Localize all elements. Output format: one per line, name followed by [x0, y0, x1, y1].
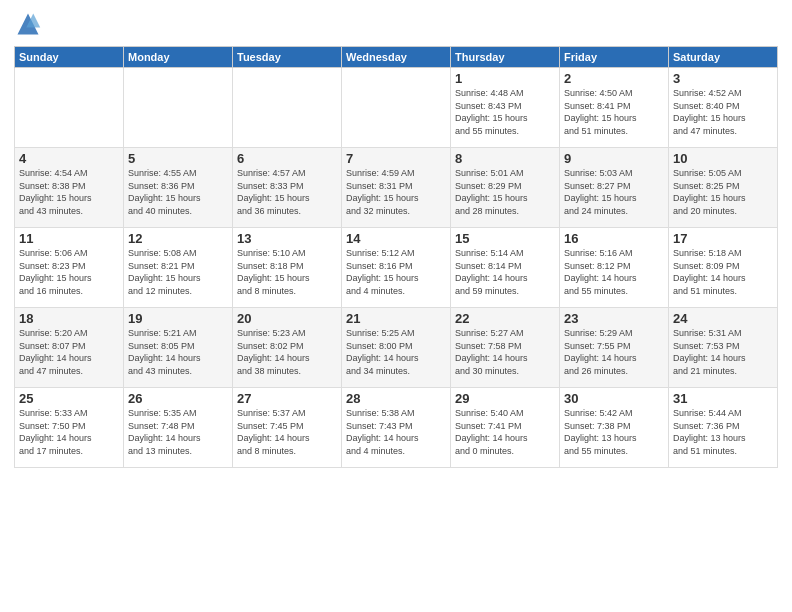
day-number: 26	[128, 391, 228, 406]
calendar-cell: 3Sunrise: 4:52 AM Sunset: 8:40 PM Daylig…	[669, 68, 778, 148]
day-info: Sunrise: 5:14 AM Sunset: 8:14 PM Dayligh…	[455, 247, 555, 297]
day-info: Sunrise: 5:27 AM Sunset: 7:58 PM Dayligh…	[455, 327, 555, 377]
day-number: 13	[237, 231, 337, 246]
day-info: Sunrise: 4:54 AM Sunset: 8:38 PM Dayligh…	[19, 167, 119, 217]
calendar-cell: 8Sunrise: 5:01 AM Sunset: 8:29 PM Daylig…	[451, 148, 560, 228]
day-info: Sunrise: 5:08 AM Sunset: 8:21 PM Dayligh…	[128, 247, 228, 297]
day-info: Sunrise: 4:50 AM Sunset: 8:41 PM Dayligh…	[564, 87, 664, 137]
day-number: 25	[19, 391, 119, 406]
day-number: 30	[564, 391, 664, 406]
day-info: Sunrise: 5:23 AM Sunset: 8:02 PM Dayligh…	[237, 327, 337, 377]
day-info: Sunrise: 5:37 AM Sunset: 7:45 PM Dayligh…	[237, 407, 337, 457]
day-number: 6	[237, 151, 337, 166]
header-monday: Monday	[124, 47, 233, 68]
header-saturday: Saturday	[669, 47, 778, 68]
day-info: Sunrise: 5:33 AM Sunset: 7:50 PM Dayligh…	[19, 407, 119, 457]
calendar-cell: 30Sunrise: 5:42 AM Sunset: 7:38 PM Dayli…	[560, 388, 669, 468]
calendar-cell: 29Sunrise: 5:40 AM Sunset: 7:41 PM Dayli…	[451, 388, 560, 468]
day-number: 10	[673, 151, 773, 166]
day-number: 14	[346, 231, 446, 246]
calendar-cell	[342, 68, 451, 148]
header-tuesday: Tuesday	[233, 47, 342, 68]
calendar-week-0: 1Sunrise: 4:48 AM Sunset: 8:43 PM Daylig…	[15, 68, 778, 148]
day-info: Sunrise: 5:31 AM Sunset: 7:53 PM Dayligh…	[673, 327, 773, 377]
day-info: Sunrise: 4:59 AM Sunset: 8:31 PM Dayligh…	[346, 167, 446, 217]
logo	[14, 10, 46, 38]
day-number: 11	[19, 231, 119, 246]
day-number: 4	[19, 151, 119, 166]
day-number: 8	[455, 151, 555, 166]
calendar-cell: 20Sunrise: 5:23 AM Sunset: 8:02 PM Dayli…	[233, 308, 342, 388]
calendar-cell: 22Sunrise: 5:27 AM Sunset: 7:58 PM Dayli…	[451, 308, 560, 388]
day-number: 31	[673, 391, 773, 406]
calendar-table: SundayMondayTuesdayWednesdayThursdayFrid…	[14, 46, 778, 468]
day-number: 29	[455, 391, 555, 406]
day-info: Sunrise: 5:25 AM Sunset: 8:00 PM Dayligh…	[346, 327, 446, 377]
day-number: 28	[346, 391, 446, 406]
day-number: 7	[346, 151, 446, 166]
day-number: 16	[564, 231, 664, 246]
day-info: Sunrise: 5:42 AM Sunset: 7:38 PM Dayligh…	[564, 407, 664, 457]
day-number: 3	[673, 71, 773, 86]
day-number: 23	[564, 311, 664, 326]
day-info: Sunrise: 5:12 AM Sunset: 8:16 PM Dayligh…	[346, 247, 446, 297]
calendar-cell: 27Sunrise: 5:37 AM Sunset: 7:45 PM Dayli…	[233, 388, 342, 468]
calendar-cell: 28Sunrise: 5:38 AM Sunset: 7:43 PM Dayli…	[342, 388, 451, 468]
calendar-cell: 7Sunrise: 4:59 AM Sunset: 8:31 PM Daylig…	[342, 148, 451, 228]
day-info: Sunrise: 5:20 AM Sunset: 8:07 PM Dayligh…	[19, 327, 119, 377]
day-number: 20	[237, 311, 337, 326]
calendar-cell	[233, 68, 342, 148]
calendar-week-3: 18Sunrise: 5:20 AM Sunset: 8:07 PM Dayli…	[15, 308, 778, 388]
day-info: Sunrise: 5:16 AM Sunset: 8:12 PM Dayligh…	[564, 247, 664, 297]
day-number: 18	[19, 311, 119, 326]
day-info: Sunrise: 5:29 AM Sunset: 7:55 PM Dayligh…	[564, 327, 664, 377]
calendar-cell: 14Sunrise: 5:12 AM Sunset: 8:16 PM Dayli…	[342, 228, 451, 308]
calendar-cell: 21Sunrise: 5:25 AM Sunset: 8:00 PM Dayli…	[342, 308, 451, 388]
day-info: Sunrise: 5:40 AM Sunset: 7:41 PM Dayligh…	[455, 407, 555, 457]
calendar-cell: 2Sunrise: 4:50 AM Sunset: 8:41 PM Daylig…	[560, 68, 669, 148]
calendar-cell: 12Sunrise: 5:08 AM Sunset: 8:21 PM Dayli…	[124, 228, 233, 308]
calendar-cell: 24Sunrise: 5:31 AM Sunset: 7:53 PM Dayli…	[669, 308, 778, 388]
day-info: Sunrise: 5:35 AM Sunset: 7:48 PM Dayligh…	[128, 407, 228, 457]
calendar-cell: 5Sunrise: 4:55 AM Sunset: 8:36 PM Daylig…	[124, 148, 233, 228]
day-info: Sunrise: 5:05 AM Sunset: 8:25 PM Dayligh…	[673, 167, 773, 217]
calendar-cell: 25Sunrise: 5:33 AM Sunset: 7:50 PM Dayli…	[15, 388, 124, 468]
calendar-cell: 31Sunrise: 5:44 AM Sunset: 7:36 PM Dayli…	[669, 388, 778, 468]
day-number: 22	[455, 311, 555, 326]
day-number: 15	[455, 231, 555, 246]
day-info: Sunrise: 5:01 AM Sunset: 8:29 PM Dayligh…	[455, 167, 555, 217]
calendar-cell: 17Sunrise: 5:18 AM Sunset: 8:09 PM Dayli…	[669, 228, 778, 308]
day-number: 17	[673, 231, 773, 246]
day-number: 2	[564, 71, 664, 86]
day-number: 1	[455, 71, 555, 86]
calendar-cell: 26Sunrise: 5:35 AM Sunset: 7:48 PM Dayli…	[124, 388, 233, 468]
calendar-cell: 4Sunrise: 4:54 AM Sunset: 8:38 PM Daylig…	[15, 148, 124, 228]
calendar-cell: 10Sunrise: 5:05 AM Sunset: 8:25 PM Dayli…	[669, 148, 778, 228]
calendar-week-1: 4Sunrise: 4:54 AM Sunset: 8:38 PM Daylig…	[15, 148, 778, 228]
day-number: 27	[237, 391, 337, 406]
header-friday: Friday	[560, 47, 669, 68]
day-number: 12	[128, 231, 228, 246]
logo-icon	[14, 10, 42, 38]
calendar-cell: 18Sunrise: 5:20 AM Sunset: 8:07 PM Dayli…	[15, 308, 124, 388]
calendar-cell: 15Sunrise: 5:14 AM Sunset: 8:14 PM Dayli…	[451, 228, 560, 308]
calendar-week-2: 11Sunrise: 5:06 AM Sunset: 8:23 PM Dayli…	[15, 228, 778, 308]
calendar-cell	[15, 68, 124, 148]
day-info: Sunrise: 5:21 AM Sunset: 8:05 PM Dayligh…	[128, 327, 228, 377]
calendar-cell: 19Sunrise: 5:21 AM Sunset: 8:05 PM Dayli…	[124, 308, 233, 388]
calendar-week-4: 25Sunrise: 5:33 AM Sunset: 7:50 PM Dayli…	[15, 388, 778, 468]
calendar-container: SundayMondayTuesdayWednesdayThursdayFrid…	[0, 0, 792, 474]
header-wednesday: Wednesday	[342, 47, 451, 68]
day-info: Sunrise: 4:48 AM Sunset: 8:43 PM Dayligh…	[455, 87, 555, 137]
day-info: Sunrise: 4:55 AM Sunset: 8:36 PM Dayligh…	[128, 167, 228, 217]
day-info: Sunrise: 4:57 AM Sunset: 8:33 PM Dayligh…	[237, 167, 337, 217]
day-number: 24	[673, 311, 773, 326]
day-number: 5	[128, 151, 228, 166]
calendar-cell: 9Sunrise: 5:03 AM Sunset: 8:27 PM Daylig…	[560, 148, 669, 228]
day-number: 9	[564, 151, 664, 166]
header-row	[14, 10, 778, 38]
day-info: Sunrise: 5:10 AM Sunset: 8:18 PM Dayligh…	[237, 247, 337, 297]
calendar-cell: 13Sunrise: 5:10 AM Sunset: 8:18 PM Dayli…	[233, 228, 342, 308]
calendar-cell: 16Sunrise: 5:16 AM Sunset: 8:12 PM Dayli…	[560, 228, 669, 308]
day-info: Sunrise: 4:52 AM Sunset: 8:40 PM Dayligh…	[673, 87, 773, 137]
